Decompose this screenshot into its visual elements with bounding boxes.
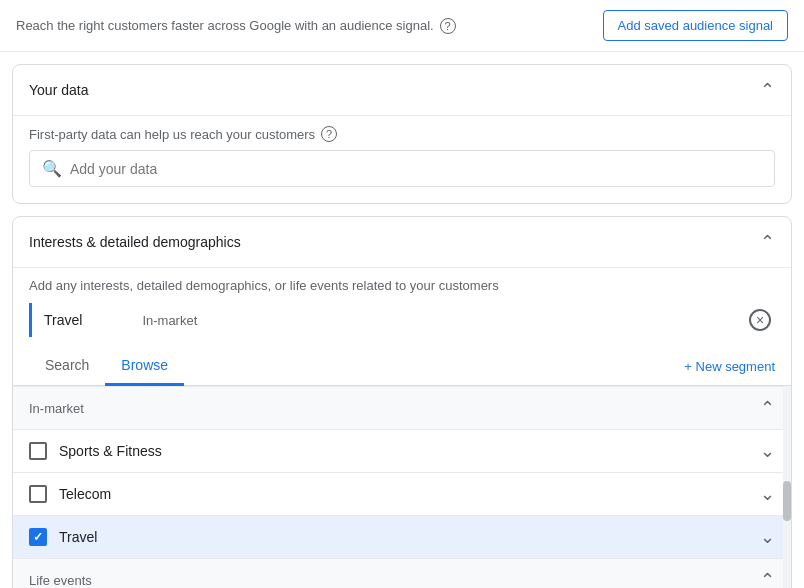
scrollbar-track	[783, 386, 791, 588]
browse-panel: In-market ⌃ Sports & Fitness ⌄	[13, 386, 791, 588]
in-market-group-title: In-market	[29, 401, 84, 416]
interests-subtitle: Add any interests, detailed demographics…	[29, 278, 775, 303]
your-data-section: Your data ⌃ First-party data can help us…	[12, 64, 792, 204]
expand-telecom-icon: ⌄	[760, 483, 775, 505]
category-item-left-travel: Travel	[29, 528, 97, 546]
tabs-row: Search Browse + New segment	[13, 347, 791, 386]
tabs-left: Search Browse	[29, 347, 184, 385]
top-bar-text: Reach the right customers faster across …	[16, 18, 434, 33]
your-data-search-wrapper: 🔍	[29, 150, 775, 187]
your-data-body: First-party data can help us reach your …	[13, 115, 791, 203]
category-label-travel: Travel	[59, 529, 97, 545]
life-events-group-header[interactable]: Life events ⌃	[13, 558, 791, 588]
search-icon: 🔍	[42, 159, 62, 178]
top-bar: Reach the right customers faster across …	[0, 0, 804, 52]
interests-title: Interests & detailed demographics	[29, 234, 241, 250]
add-saved-audience-signal-button[interactable]: Add saved audience signal	[603, 10, 788, 41]
interests-chevron-icon: ⌃	[760, 231, 775, 253]
interests-section: Interests & detailed demographics ⌃ Add …	[12, 216, 792, 588]
category-label-telecom: Telecom	[59, 486, 111, 502]
expand-sports-fitness-icon: ⌄	[760, 440, 775, 462]
tab-search[interactable]: Search	[29, 347, 105, 386]
top-bar-help-icon[interactable]: ?	[440, 18, 456, 34]
remove-segment-icon[interactable]: ×	[749, 309, 771, 331]
checkbox-telecom[interactable]	[29, 485, 47, 503]
your-data-subtitle: First-party data can help us reach your …	[29, 116, 775, 150]
life-events-collapse-icon: ⌃	[760, 569, 775, 588]
scrollbar-thumb[interactable]	[783, 481, 791, 521]
in-market-collapse-icon: ⌃	[760, 397, 775, 419]
checkbox-travel[interactable]	[29, 528, 47, 546]
segment-name: Travel	[44, 312, 82, 328]
new-segment-link[interactable]: + New segment	[684, 359, 775, 374]
tab-browse[interactable]: Browse	[105, 347, 184, 386]
your-data-help-icon[interactable]: ?	[321, 126, 337, 142]
scroll-area: In-market ⌃ Sports & Fitness ⌄	[13, 386, 791, 588]
your-data-header[interactable]: Your data ⌃	[13, 65, 791, 115]
in-market-group-header[interactable]: In-market ⌃	[13, 386, 791, 429]
interests-header: Interests & detailed demographics ⌃	[13, 217, 791, 267]
category-label-sports-fitness: Sports & Fitness	[59, 443, 162, 459]
interests-body: Add any interests, detailed demographics…	[13, 267, 791, 588]
category-item-left-telecom: Telecom	[29, 485, 111, 503]
your-data-title: Your data	[29, 82, 88, 98]
segment-tag-info: Travel In-market	[44, 312, 197, 328]
category-item-telecom[interactable]: Telecom ⌄	[13, 472, 791, 515]
category-item-sports-fitness[interactable]: Sports & Fitness ⌄	[13, 429, 791, 472]
your-data-search-input[interactable]	[70, 161, 762, 177]
your-data-chevron-icon: ⌃	[760, 79, 775, 101]
category-item-travel[interactable]: Travel ⌄	[13, 515, 791, 558]
expand-travel-icon: ⌄	[760, 526, 775, 548]
selected-segment-tag: Travel In-market ×	[29, 303, 775, 337]
segment-type: In-market	[142, 313, 197, 328]
top-bar-description: Reach the right customers faster across …	[16, 18, 456, 34]
life-events-group-title: Life events	[29, 573, 92, 588]
page-wrapper: Reach the right customers faster across …	[0, 0, 804, 588]
category-item-left: Sports & Fitness	[29, 442, 162, 460]
checkbox-sports-fitness[interactable]	[29, 442, 47, 460]
